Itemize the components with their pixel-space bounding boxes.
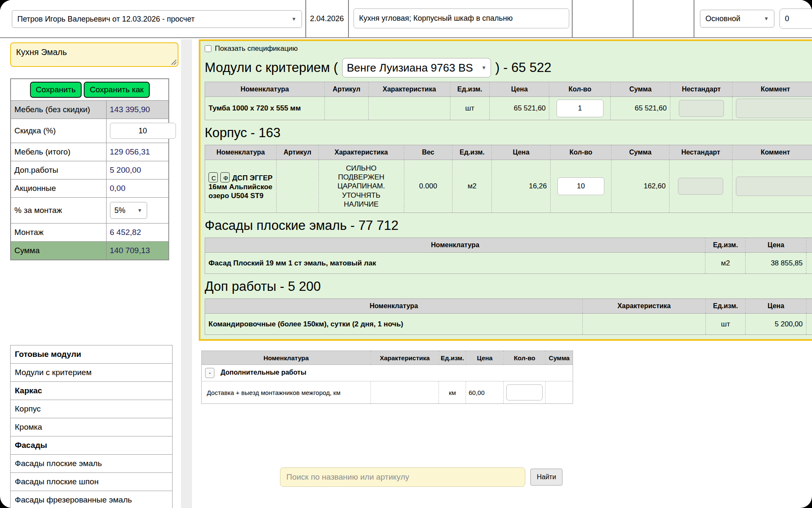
sidebar-item-karkas[interactable]: Каркас <box>11 382 173 400</box>
column-header: Коммент <box>732 82 812 97</box>
item-name: Фасад Плоский 19 мм 1 ст эмаль, матовый … <box>205 253 705 274</box>
column-header: Номенклатура <box>205 299 583 314</box>
splitter-strip[interactable] <box>181 39 192 508</box>
korpus-table: Номенклатура Артикул Характеристика Вес … <box>205 145 812 213</box>
save-button[interactable]: Сохранить <box>30 82 82 98</box>
item-name: Доставка + выезд монтажников межгород, к… <box>202 381 371 404</box>
column-header: Нестандарт <box>669 145 732 160</box>
table-row: Мебель (без скидки) 143 395,90 <box>11 101 169 119</box>
sidebar-item-fasady-ploskie-shpon[interactable]: Фасады плоские шпон <box>11 473 173 491</box>
summary-label: Монтаж <box>11 224 106 242</box>
column-header: Характеристика <box>371 351 439 365</box>
montage-percent-select[interactable]: 5% ▼ <box>110 202 147 219</box>
item-name: Тумба 1000 x 720 x 555 мм <box>205 97 325 120</box>
item-unit: шт <box>705 314 746 335</box>
client-order-select[interactable]: Петров Игорь Валерьевич от 12.03.2026 - … <box>12 10 302 28</box>
column-header: Цена <box>466 351 504 365</box>
item-name-cell: СФДСП ЭГГЕР 16мм Альпийское озеро U504 S… <box>205 160 277 213</box>
column-header: Цена <box>490 82 549 97</box>
table-row: СФДСП ЭГГЕР 16мм Альпийское озеро U504 S… <box>205 160 812 213</box>
sidebar-item-fasady-ploskie-emal[interactable]: Фасады плоские эмаль <box>11 455 173 473</box>
additional-works-table: Номенклатура Характеристика Ед.изм. Цена… <box>201 351 573 404</box>
sidebar-item-fasady[interactable]: Фасады <box>11 436 173 455</box>
spec-tag-f-button[interactable]: Ф <box>220 172 230 182</box>
topbar-divider <box>694 0 694 37</box>
delivery-quantity-input[interactable] <box>506 384 543 400</box>
table-row: Акционные 0,00 <box>11 179 169 198</box>
item-characteristic <box>369 97 450 120</box>
price-type-select[interactable]: Основной ▼ <box>700 10 774 28</box>
summary-label: Мебель (итого) <box>11 143 106 161</box>
sidebar-item-gotovye-moduli[interactable]: Готовые модули <box>11 345 173 364</box>
spec-tag-s-button[interactable]: С <box>208 172 218 182</box>
comment-cell <box>732 160 812 213</box>
find-button[interactable]: Найти <box>530 469 562 486</box>
order-summary-table: Сохранить Сохранить как Мебель (без скид… <box>10 78 169 260</box>
sidebar-item-moduli-s-kriteriem[interactable]: Модули с критерием <box>11 364 173 382</box>
total-row: Сумма 140 709,13 <box>11 242 169 260</box>
quantity-input[interactable] <box>557 177 604 195</box>
item-unit: м2 <box>453 160 492 213</box>
table-header-row: Номенклатура Характеристика Ед.изм. Цена… <box>202 351 573 365</box>
item-price: 60,00 <box>466 381 504 404</box>
group-row: - Дополнительные работы <box>202 365 573 381</box>
column-header: Цена <box>492 145 551 160</box>
item-article <box>277 160 319 213</box>
show-spec-checkbox[interactable] <box>205 45 211 52</box>
decor-select-value: Венге Луизиана 9763 BS <box>347 61 473 75</box>
clipped-column-cell <box>807 314 812 335</box>
column-header: Ед.изм. <box>450 82 490 97</box>
table-row: % за монтаж 5% ▼ <box>11 198 169 224</box>
summary-total-value: 140 709,13 <box>106 242 169 260</box>
order-composition-panel: Показать спецификацию Модули с критерием… <box>199 39 812 341</box>
column-header: Кол-во <box>551 145 612 160</box>
search-input[interactable] <box>280 467 525 487</box>
client-order-select-value: Петров Игорь Валерьевич от 12.03.2026 - … <box>17 15 195 24</box>
comment-disabled-input <box>736 177 812 196</box>
summary-value: 143 395,90 <box>106 101 169 119</box>
column-header: Ед.изм. <box>439 351 466 365</box>
topbar-divider <box>348 0 349 37</box>
quantity-input[interactable] <box>557 99 604 117</box>
item-price: 38 855,85 <box>746 253 807 274</box>
column-header: Сумма <box>546 351 573 365</box>
column-header: Характеристика <box>318 145 404 160</box>
table-row: Командировочные (более 150км), сутки (2 … <box>205 314 812 335</box>
column-header: Цена <box>746 238 807 253</box>
column-header: Цена <box>746 299 807 314</box>
clipped-column <box>807 238 812 253</box>
project-name-textarea[interactable]: Кухня Эмаль <box>10 42 178 67</box>
summary-label: % за монтаж <box>11 198 106 224</box>
sidebar-item-korpus[interactable]: Корпус <box>11 400 173 418</box>
clipped-column-cell <box>807 253 812 274</box>
column-header: Характеристика <box>583 299 705 314</box>
qty-cell <box>504 381 546 404</box>
discount-input[interactable] <box>110 123 176 139</box>
column-header: Ед.изм. <box>453 145 492 160</box>
sidebar-item-kromka[interactable]: Кромка <box>11 418 173 436</box>
sidebar-item-fasady-frezerovannye-emal[interactable]: Фасады фрезерованные эмаль <box>11 491 173 508</box>
chevron-down-icon: ▼ <box>137 207 143 213</box>
item-characteristic: СИЛЬНО ПОДВЕРЖЕН ЦАРАПИНАМ. УТОЧНЯТЬ НАЛ… <box>332 164 390 209</box>
item-unit: м2 <box>705 253 746 274</box>
item-sum: 65 521,60 <box>611 97 670 120</box>
order-description-input[interactable] <box>354 8 569 28</box>
group-label: Дополнительные работы <box>220 369 306 376</box>
item-price: 5 200,00 <box>746 314 807 335</box>
show-spec-label: Показать спецификацию <box>215 44 298 53</box>
column-header: Характеристика <box>369 82 450 97</box>
column-header: Номенклатура <box>205 145 277 160</box>
clipped-topbar-input[interactable] <box>779 8 812 29</box>
chevron-down-icon: ▼ <box>764 16 769 22</box>
table-row: Фасад Плоский 19 мм 1 ст эмаль, матовый … <box>205 253 812 274</box>
decor-select[interactable]: Венге Луизиана 9763 BS ▼ <box>342 58 491 77</box>
item-characteristic <box>371 381 439 404</box>
summary-label: Доп.работы <box>11 161 106 179</box>
app-window: Петров Игорь Валерьевич от 12.03.2026 - … <box>0 0 812 508</box>
column-header: Вес <box>404 145 452 160</box>
save-as-button[interactable]: Сохранить как <box>84 82 149 98</box>
montage-percent-value: 5% <box>115 206 126 215</box>
collapse-group-button[interactable]: - <box>205 368 214 378</box>
qty-cell <box>551 160 612 213</box>
nonstandard-cell <box>670 97 732 120</box>
